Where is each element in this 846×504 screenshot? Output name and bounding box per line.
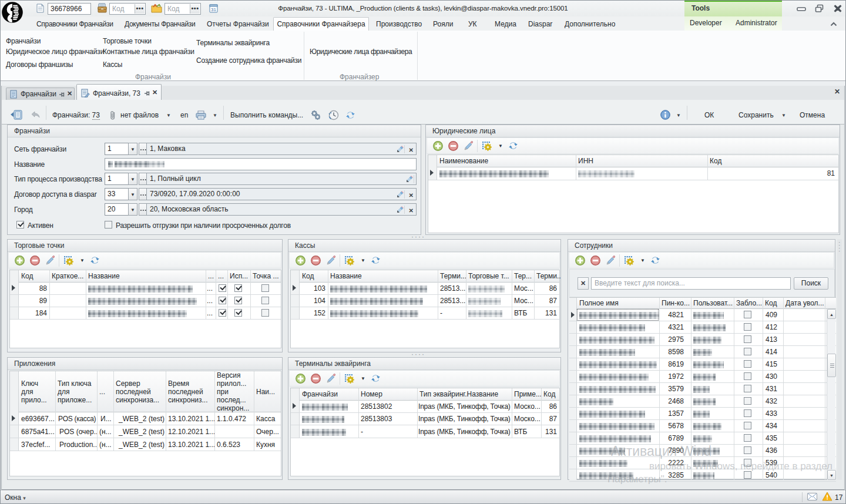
svg-text:31: 31 bbox=[211, 7, 216, 12]
